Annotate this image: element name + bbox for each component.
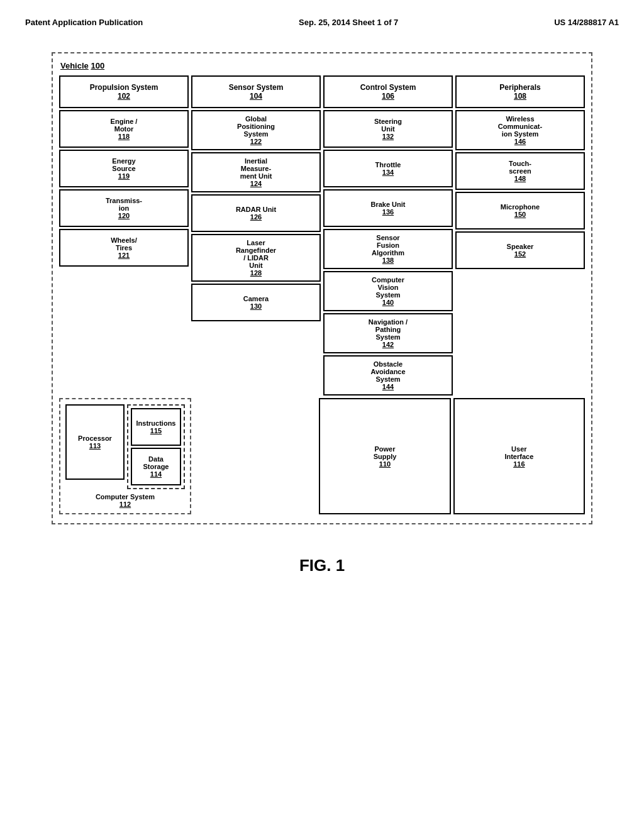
propulsion-col: Propulsion System 102 Engine /Motor 118 … — [59, 75, 189, 267]
power-supply-box: PowerSupply 110 — [319, 398, 450, 514]
wireless-box: WirelessCommunicat-ion System 146 — [455, 110, 585, 150]
top-columns: Propulsion System 102 Engine /Motor 118 … — [59, 75, 585, 396]
control-header: Control System 106 — [323, 75, 453, 108]
imu-box: InertialMeasure-ment Unit 124 — [191, 152, 321, 192]
propulsion-header: Propulsion System 102 — [59, 75, 189, 108]
user-interface-box: UserInterface 116 — [453, 398, 585, 514]
sensor-col: Sensor System 104 GlobalPositioningSyste… — [191, 75, 321, 321]
instructions-box: Instructions 115 — [131, 408, 181, 446]
sensor-header: Sensor System 104 — [191, 75, 321, 108]
vehicle-label: Vehicle 100 — [59, 61, 585, 70]
bottom-section: Processor 113 Instructions 115 Data Stor… — [59, 398, 585, 514]
data-storage-box: Data Storage 114 — [131, 448, 181, 485]
microphone-box: Microphone 150 — [455, 192, 585, 230]
touchscreen-box: Touch-screen 148 — [455, 152, 585, 190]
transmission-box: Transmiss-ion 120 — [59, 189, 189, 227]
sensor-fusion-box: SensorFusionAlgorithm 138 — [323, 229, 453, 269]
peripherals-col: Peripherals 108 WirelessCommunicat-ion S… — [455, 75, 585, 269]
gps-box: GlobalPositioningSystem 122 — [191, 110, 321, 150]
diagram-area: Vehicle 100 Propulsion System 102 Engine… — [52, 52, 592, 524]
navigation-box: Navigation /PathingSystem 142 — [323, 313, 453, 353]
header-left: Patent Application Publication — [25, 18, 143, 27]
obstacle-box: ObstacleAvoidanceSystem 144 — [323, 355, 453, 396]
header-middle: Sep. 25, 2014 Sheet 1 of 7 — [299, 18, 398, 27]
control-col: Control System 106 SteeringUnit 132 Thro… — [323, 75, 453, 396]
brake-box: Brake Unit 136 — [323, 189, 453, 227]
fig-label: FIG. 1 — [0, 556, 644, 575]
computer-system-label: Computer System 112 — [65, 493, 185, 508]
energy-source-box: EnergySource 119 — [59, 150, 189, 187]
wheels-tires-box: Wheels/Tires 121 — [59, 229, 189, 267]
steering-box: SteeringUnit 132 — [323, 110, 453, 148]
header-right: US 14/288817 A1 — [554, 18, 619, 27]
instructions-area: Instructions 115 Data Storage 114 — [127, 404, 185, 489]
computer-vision-box: ComputerVisionSystem 140 — [323, 271, 453, 311]
page-header: Patent Application Publication Sep. 25, … — [0, 0, 644, 33]
computer-system-inner: Processor 113 Instructions 115 Data Stor… — [65, 404, 185, 489]
bottom-spacer — [194, 398, 316, 514]
vehicle-box: Vehicle 100 Propulsion System 102 Engine… — [52, 52, 592, 524]
lidar-box: LaserRangefinder/ LIDARUnit 128 — [191, 234, 321, 282]
peripherals-header: Peripherals 108 — [455, 75, 585, 108]
radar-box: RADAR Unit 126 — [191, 194, 321, 232]
engine-motor-box: Engine /Motor 118 — [59, 110, 189, 148]
computer-system-area: Processor 113 Instructions 115 Data Stor… — [59, 398, 191, 514]
throttle-box: Throttle 134 — [323, 150, 453, 187]
speaker-box: Speaker 152 — [455, 231, 585, 269]
camera-box: Camera 130 — [191, 284, 321, 321]
processor-box: Processor 113 — [65, 404, 125, 480]
